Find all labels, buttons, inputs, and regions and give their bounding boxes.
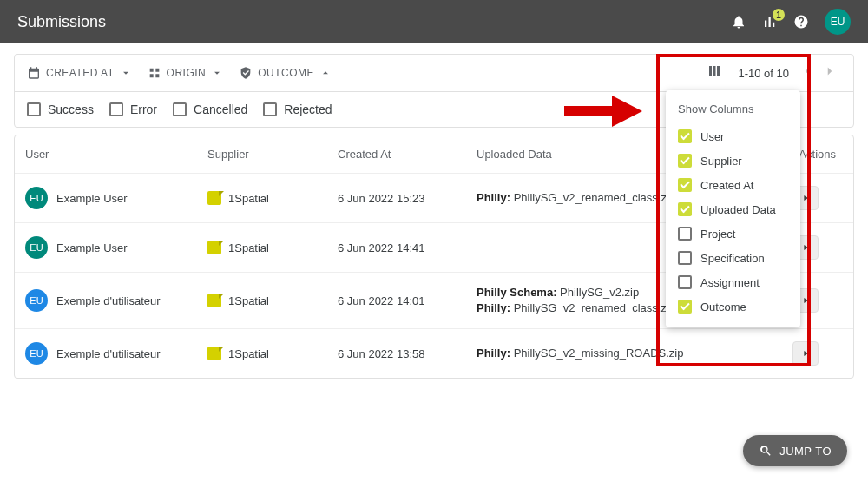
annotation-arrow [564,96,642,127]
column-option-label: User [700,130,724,143]
play-icon [801,194,810,202]
col-user[interactable]: User [25,148,207,161]
supplier-name: 1Spatial [228,347,269,360]
stats-badge: 1 [773,9,785,21]
supplier-cell: 1Spatial [207,347,338,360]
row-avatar: EU [25,289,48,312]
supplier-cell: 1Spatial [207,241,338,254]
table-row[interactable]: EUExemple d'utilisateur1Spatial6 Jun 202… [15,328,853,378]
shield-check-icon [239,66,253,80]
row-avatar: EU [25,187,48,209]
next-page[interactable] [819,63,841,83]
svg-rect-0 [564,106,612,116]
jump-to-button[interactable]: JUMP TO [743,435,847,466]
column-option-label: Supplier [700,155,742,168]
filter-row: CREATED AT ORIGIN OUTCOME 1-10 of 10 [15,55,853,92]
supplier-icon [207,294,221,307]
checkbox-icon [678,227,692,241]
svg-marker-1 [612,96,642,127]
upload-entry: Philly: PhillySG_v2_missing_ROADS.zip [477,346,792,361]
page-title: Submissions [17,13,731,31]
user-cell: EUExemple d'utilisateur [25,342,207,365]
created-cell: 6 Jun 2022 15:23 [338,192,477,205]
checkbox-icon [678,154,692,168]
created-cell: 6 Jun 2022 13:58 [338,347,477,360]
jump-to-label: JUMP TO [779,445,832,458]
prev-page[interactable] [796,63,819,83]
checkbox-icon [173,102,187,116]
bell-icon[interactable] [731,14,746,30]
supplier-name: 1Spatial [228,241,269,254]
column-option[interactable]: Specification [678,246,788,270]
show-columns-popover: Show Columns UserSupplierCreated AtUploa… [666,90,800,327]
user-cell: EUExemple d'utilisateur [25,289,207,312]
supplier-icon [207,191,221,205]
upload-cell: Philly: PhillySG_v2_missing_ROADS.zip [477,346,792,361]
column-option-label: Uploaded Data [700,203,776,216]
filter-origin-label: ORIGIN [167,67,207,79]
calendar-icon [27,66,41,80]
status-error[interactable]: Error [109,102,157,116]
checkbox-icon [678,251,692,265]
supplier-cell: 1Spatial [207,191,338,205]
appbar-actions: 1 EU [731,9,851,35]
status-cancelled[interactable]: Cancelled [173,102,247,116]
user-name: Exemple d'utilisateur [56,347,161,360]
checkbox-icon [678,300,692,314]
column-option-label: Assignment [700,276,760,289]
created-cell: 6 Jun 2022 14:41 [338,241,477,254]
checkbox-icon [678,275,692,289]
filter-outcome[interactable]: OUTCOME [239,66,332,80]
user-cell: EUExample User [25,236,207,259]
column-option-label: Project [700,228,735,241]
column-option[interactable]: Supplier [678,149,788,173]
supplier-name: 1Spatial [228,192,269,205]
row-avatar: EU [25,236,48,259]
column-option[interactable]: Assignment [678,270,788,294]
user-avatar[interactable]: EU [825,9,851,35]
filter-origin[interactable]: ORIGIN [148,66,224,80]
user-name: Example User [56,192,128,205]
pagination-range: 1-10 of 10 [738,67,789,80]
user-cell: EUExample User [25,187,207,209]
supplier-name: 1Spatial [228,294,269,307]
chevron-down-icon [120,67,132,79]
stats-icon[interactable]: 1 [762,14,778,30]
checkbox-icon [263,102,277,116]
appbar: Submissions 1 EU [0,0,868,43]
network-icon [148,66,161,80]
filter-created-at[interactable]: CREATED AT [27,66,132,80]
column-option-label: Specification [700,252,765,265]
chevron-left-icon [799,63,815,79]
checkbox-icon [109,102,123,116]
column-option[interactable]: User [678,124,788,149]
col-created[interactable]: Created At [338,148,477,161]
search-icon [759,444,773,458]
columns-icon [707,63,722,79]
checkbox-icon [678,178,692,192]
status-success[interactable]: Success [27,102,94,116]
column-option[interactable]: Created At [678,173,788,197]
status-rejected[interactable]: Rejected [263,102,332,116]
user-name: Example User [56,241,128,254]
supplier-icon [207,241,221,254]
row-action-button[interactable] [792,341,819,366]
chevron-up-icon [319,67,332,79]
actions-cell [792,341,836,366]
help-icon[interactable] [793,14,809,30]
chevron-down-icon [211,67,223,79]
supplier-icon [207,347,221,360]
column-option[interactable]: Outcome [678,294,788,319]
checkbox-icon [678,129,692,143]
col-supplier[interactable]: Supplier [207,148,338,161]
play-icon [801,349,810,358]
row-avatar: EU [25,342,48,365]
checkbox-icon [27,102,41,116]
filter-outcome-label: OUTCOME [258,67,314,79]
column-option[interactable]: Uploaded Data [678,197,788,221]
column-option[interactable]: Project [678,221,788,246]
created-cell: 6 Jun 2022 14:01 [338,294,477,307]
column-option-label: Outcome [700,300,746,314]
columns-button[interactable] [707,63,722,83]
chevron-right-icon [822,63,838,79]
